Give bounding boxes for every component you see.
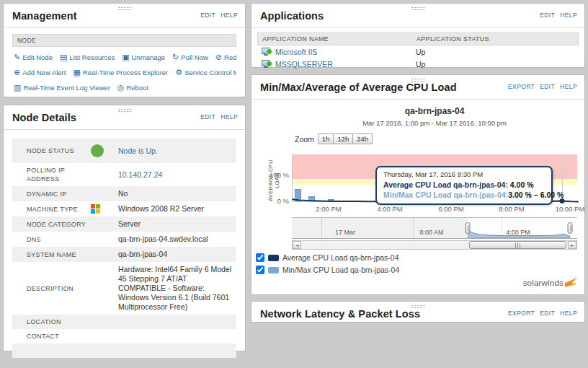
legend-checkbox-average[interactable] [256, 253, 264, 262]
help-link[interactable]: HELP [220, 12, 238, 19]
help-link[interactable]: HELP [560, 83, 577, 90]
scrollbar-grip-icon [515, 243, 521, 248]
hover-point-marker [560, 198, 565, 203]
list-resources-link[interactable]: ▤List Resources [60, 53, 115, 61]
help-link[interactable]: HELP [220, 113, 238, 121]
scrollbar-left-arrow[interactable]: ◄ [293, 241, 301, 249]
edit-link[interactable]: EDIT [540, 83, 555, 90]
chart-node-title: qa-brn-jpas-04 [292, 106, 577, 116]
column-header: APPLICATION STATUS [416, 35, 489, 43]
pencil-icon: ✎ [14, 53, 20, 61]
chart-navigator[interactable]: 17 Mar 8:00 AM 4:00 PM [292, 217, 577, 239]
navigator-right-handle[interactable] [568, 222, 573, 234]
polling-ip-link[interactable]: 10.140.27.24 [118, 170, 236, 180]
navigator-left-handle[interactable] [466, 222, 471, 234]
edit-link[interactable]: EDIT [200, 113, 215, 121]
real-time-process-explorer-link[interactable]: ▦Real-Time Process Explorer [73, 69, 168, 76]
table-row: MACHINE TYPE Windows 2008 R2 Server [12, 201, 236, 216]
panel-title: Applications [260, 10, 576, 22]
row-value: Windows 2008 R2 Server [118, 204, 236, 214]
drag-handle-icon[interactable] [117, 108, 131, 113]
cpu-chart-body: qa-brn-jpas-04 Mar 17 2016, 1:00 pm - Ma… [251, 100, 584, 293]
drag-handle-icon[interactable] [411, 305, 425, 309]
right-column: Applications EDIT HELP APPLICATION NAME … [251, 3, 585, 351]
table-row: Microsoft IIS Up [257, 45, 579, 58]
cpu-load-chart-panel: Min/Max/Average of Average CPU Load EXPO… [251, 74, 585, 295]
export-link[interactable]: EXPORT [508, 83, 535, 90]
table-row: SYSTEM NAME qa-brn-jpas-04 [12, 247, 236, 262]
zoom-12h-button[interactable]: 12h [333, 133, 353, 144]
applications-table-header: APPLICATION NAME APPLICATION STATUS [257, 32, 579, 45]
table-row: NODE STATUS Node is Up. [12, 139, 236, 163]
add-new-alert-link[interactable]: ⊕Add New Alert [14, 69, 66, 76]
application-link[interactable]: MSSQLSERVER [275, 60, 333, 69]
legend-swatch-minmax [268, 267, 279, 273]
table-row: POLLING IP ADDRESS 10.140.27.24 [12, 163, 236, 186]
edit-node-link[interactable]: ✎Edit Node [14, 53, 53, 61]
table-row: DESCRIPTION Hardware: Intel64 Family 6 M… [12, 262, 236, 315]
action-label: Unmanage [132, 53, 165, 61]
node-section-label: NODE [12, 34, 236, 47]
edit-link[interactable]: EDIT [540, 12, 555, 19]
table-row: CONTACT [12, 329, 236, 343]
help-link[interactable]: HELP [560, 12, 577, 19]
network-latency-panel-header: Network Latency & Packet Loss EXPORT EDI… [251, 302, 584, 326]
row-label: CONTACT [27, 332, 91, 341]
table-row: MSSQLSERVER Up [257, 58, 579, 70]
pause-box-icon: ▣ [122, 53, 129, 61]
solarwinds-swoosh-icon [565, 277, 577, 288]
action-label: List Resources [69, 53, 115, 61]
x-tick: 8:00 PM [499, 205, 524, 213]
y-tick: 100 % [262, 171, 293, 179]
node-status-link[interactable]: Node is Up. [118, 146, 236, 156]
row-label: DESCRIPTION [27, 284, 91, 293]
legend-item-minmax[interactable]: Min/Max CPU Load qa-brn-jpas-04 [256, 266, 399, 274]
table-row [12, 343, 236, 358]
node-details-body: NODE STATUS Node is Up. POLLING IP ADDRE… [4, 130, 245, 367]
edit-link[interactable]: EDIT [540, 310, 555, 317]
service-control-manager-link[interactable]: ⚙Service Control Manager [175, 69, 236, 76]
x-tick: 6:00 PM [438, 205, 463, 213]
zoom-label: Zoom [295, 135, 314, 144]
event-log-icon: ▥ [14, 84, 21, 92]
chart-tooltip: Thursday, Mar 17, 2016 9:30 PM Average C… [375, 166, 553, 205]
row-label: DNS [27, 235, 91, 244]
legend-label: Min/Max CPU Load qa-brn-jpas-04 [282, 266, 399, 274]
tooltip-minmax-value: 3.00 % – 6.00 % [508, 190, 564, 199]
application-link[interactable]: Microsoft IIS [275, 48, 317, 56]
drag-handle-icon[interactable] [411, 78, 425, 82]
x-tick: 4:00 PM [377, 205, 402, 213]
unmanage-link[interactable]: ▣Unmanage [122, 53, 165, 61]
chart-scrollbar[interactable]: ◄ ► [292, 240, 577, 250]
scrollbar-thumb[interactable] [469, 241, 566, 249]
application-status: Up [416, 60, 425, 69]
poll-now-link[interactable]: ↻Poll Now [172, 53, 208, 61]
legend-checkbox-minmax[interactable] [256, 266, 264, 274]
real-time-event-log-viewer-link[interactable]: ▥Real-Time Event Log Viewer [14, 84, 110, 92]
power-icon: ◎ [117, 84, 125, 92]
legend-label: Average CPU Load qa-brn-jpas-04 [282, 253, 398, 262]
row-label: SYSTEM NAME [27, 250, 91, 259]
help-link[interactable]: HELP [560, 310, 577, 317]
table-row: DYNAMIC IP No [12, 186, 236, 201]
edit-link[interactable]: EDIT [200, 12, 215, 19]
x-axis-ticks: 2:00 PM 4:00 PM 6:00 PM 8:00 PM 10:00 PM [292, 205, 577, 214]
zoom-1h-button[interactable]: 1h [318, 133, 334, 144]
zoom-24h-button[interactable]: 24h [352, 133, 373, 144]
applications-panel-header: Applications EDIT HELP [251, 4, 584, 28]
export-link[interactable]: EXPORT [508, 310, 535, 317]
management-panel-header: Management EDIT HELP [4, 4, 245, 28]
legend-item-average[interactable]: Average CPU Load qa-brn-jpas-04 [256, 253, 398, 262]
cpu-chart-panel-header: Min/Max/Average of Average CPU Load EXPO… [251, 75, 584, 100]
scrollbar-right-arrow[interactable]: ► [568, 241, 576, 249]
action-label: Service Control Manager [184, 69, 236, 76]
rediscover-link[interactable]: ⊘Rediscover [215, 53, 236, 61]
drag-handle-icon[interactable] [411, 6, 425, 11]
drag-handle-icon[interactable] [117, 6, 131, 11]
reboot-link[interactable]: ◎Reboot [117, 84, 148, 92]
circle-slash-icon: ⊘ [215, 53, 222, 61]
tooltip-timestamp: Thursday, Mar 17, 2016 9:30 PM [383, 170, 545, 178]
windows-logo-icon [91, 204, 100, 214]
management-actions-row-1: ✎Edit Node ▤List Resources ▣Unmanage ↻Po… [12, 50, 236, 65]
tooltip-minmax-label: Min/Max CPU Load qa-brn-jpas-04: [383, 190, 508, 199]
